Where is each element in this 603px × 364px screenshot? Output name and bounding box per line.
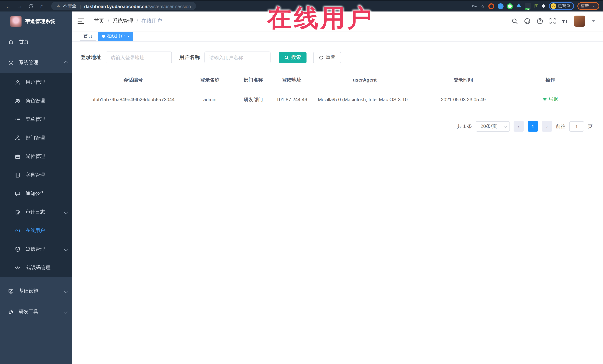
chevron-down-icon <box>64 289 68 293</box>
reset-button[interactable]: 重置 <box>313 52 341 63</box>
extensions-icon[interactable]: ✱ <box>541 3 545 9</box>
browser-update-button[interactable]: 更新 ⋮ <box>577 2 599 10</box>
monitor-icon <box>8 288 14 294</box>
chevron-down-icon <box>64 247 68 251</box>
avatar-caret-icon[interactable] <box>592 20 595 22</box>
sidebar-item-online-users[interactable]: 在线用户 <box>0 221 72 240</box>
home-icon[interactable]: ⌂ <box>37 2 47 11</box>
url-path: /system/user-session <box>147 4 191 9</box>
back-icon[interactable]: ← <box>4 2 13 11</box>
page-unit-label: 页 <box>588 123 593 130</box>
url-text[interactable]: dashboard.yudao.iocoder.cn/system/user-s… <box>84 3 191 10</box>
app-title: 芋道管理系统 <box>25 18 55 25</box>
extension-green-icon[interactable] <box>507 3 513 9</box>
sidebar-item-menu-mgmt[interactable]: 菜单管理 <box>0 110 72 129</box>
extension-translate-icon[interactable]: en <box>525 3 531 9</box>
cell-user-agent: Mozilla/5.0 (Macintosh; Intel Mac OS X 1… <box>311 93 418 107</box>
red-annotation-text: 在线用户 <box>267 1 374 35</box>
tab-active-dot <box>102 35 105 38</box>
sidebar-item-role-mgmt[interactable]: 角色管理 <box>0 92 72 110</box>
gear-icon <box>8 60 14 66</box>
tab-close-icon[interactable]: × <box>127 34 130 38</box>
sidebar-item-dept-mgmt[interactable]: 部门管理 <box>0 129 72 147</box>
extension-orange-icon[interactable] <box>488 3 494 9</box>
not-secure-label[interactable]: 不安全 <box>63 3 76 9</box>
not-secure-icon: ⚠ <box>56 3 60 9</box>
system-submenu: 用户管理 角色管理 菜单管理 部门管理 <box>0 73 72 277</box>
tab-online-users[interactable]: 在线用户 × <box>98 32 133 41</box>
shield-icon <box>15 246 20 252</box>
main-area: 首页 / 系统管理 / 在线用户 тT 首页 <box>72 11 603 364</box>
sidebar-item-sms-mgmt[interactable]: 短信管理 <box>0 240 72 258</box>
sidebar-item-post-mgmt[interactable]: 岗位管理 <box>0 147 72 166</box>
sidebar-item-error-code[interactable]: </> 错误码管理 <box>0 258 72 277</box>
forward-icon[interactable]: → <box>15 2 24 11</box>
sidebar-menu: 首页 系统管理 用户管理 角色管理 <box>0 32 72 364</box>
current-page-button[interactable]: 1 <box>528 121 538 132</box>
breadcrumb: 首页 / 系统管理 / 在线用户 <box>94 18 162 24</box>
browser-menu-icon[interactable]: ⋮ <box>591 3 596 9</box>
url-domain: dashboard.yudao.iocoder.cn <box>84 4 147 9</box>
sidebar-item-system[interactable]: 系统管理 <box>0 52 72 73</box>
cell-dept: 研发部门 <box>234 93 273 107</box>
username-filter-input[interactable] <box>204 52 270 63</box>
sidebar-item-audit-log[interactable]: 审计日志 <box>0 203 72 221</box>
search-button[interactable]: 搜索 <box>279 52 306 63</box>
sidebar-item-notice[interactable]: 通知公告 <box>0 184 72 203</box>
users-icon <box>15 98 20 104</box>
sidebar-item-dev-tools[interactable]: 研发工具 <box>0 301 72 322</box>
col-login-time: 登录时间 <box>418 77 508 83</box>
prev-page-button[interactable]: ‹ <box>514 121 524 132</box>
key-icon[interactable] <box>471 3 477 9</box>
sidebar-item-infra[interactable]: 基础设施 <box>0 281 72 301</box>
extension-gem-icon[interactable] <box>516 3 521 7</box>
col-username: 登录名称 <box>186 77 234 83</box>
sidebar-toggle-icon[interactable] <box>78 17 85 25</box>
goto-page-input[interactable] <box>569 121 584 132</box>
trash-icon <box>542 97 547 102</box>
paused-extension-badge[interactable]: ☺ 已暂停 <box>549 2 574 10</box>
refresh-icon <box>319 55 324 60</box>
briefcase-icon <box>15 154 20 159</box>
reload-icon[interactable] <box>26 2 36 11</box>
sidebar-item-home[interactable]: 首页 <box>0 32 72 52</box>
breadcrumb-system[interactable]: 系统管理 <box>112 18 133 24</box>
goto-label: 前往 <box>556 123 566 130</box>
app-logo-row[interactable]: 芋道管理系统 <box>0 11 72 32</box>
github-icon[interactable] <box>524 18 531 24</box>
page-size-select[interactable]: 20条/页 <box>476 121 510 132</box>
chevron-down-icon <box>504 125 507 128</box>
fullscreen-icon[interactable] <box>549 18 556 24</box>
col-ip: 登陆地址 <box>273 77 311 83</box>
online-icon <box>15 228 20 233</box>
tree-icon <box>15 135 20 141</box>
force-logout-button[interactable]: 强退 <box>542 95 558 103</box>
tab-home[interactable]: 首页 <box>80 32 96 41</box>
sidebar-item-user-mgmt[interactable]: 用户管理 <box>0 73 72 92</box>
extension-blue-icon[interactable] <box>498 3 504 9</box>
code-icon: </> <box>15 265 21 270</box>
filter-form: 登录地址 用户名称 搜索 重置 <box>81 52 593 63</box>
cell-actions: 强退 <box>508 92 593 107</box>
address-bar[interactable]: ⚠ 不安全 | dashboard.yudao.iocoder.cn/syste… <box>51 2 196 10</box>
help-icon[interactable] <box>537 18 544 24</box>
sidebar-item-dict-mgmt[interactable]: 字典管理 <box>0 166 72 184</box>
address-filter-input[interactable] <box>106 52 172 63</box>
font-size-icon[interactable]: тT <box>562 18 568 24</box>
magnifier-icon <box>284 55 289 60</box>
search-icon[interactable] <box>511 18 518 24</box>
sessions-table: 会话编号 登录名称 部门名称 登陆地址 userAgent 登录时间 操作 bf… <box>81 73 593 113</box>
breadcrumb-home[interactable]: 首页 <box>94 18 104 24</box>
extension-password-icon[interactable]: ⚿ <box>534 3 538 9</box>
total-count: 共 1 条 <box>457 123 472 130</box>
clipboard-icon <box>15 209 20 215</box>
cell-login-time: 2021-05-03 23:05:49 <box>418 93 508 107</box>
col-dept: 部门名称 <box>234 77 273 83</box>
bookmark-star-icon[interactable]: ☆ <box>480 3 485 9</box>
user-avatar[interactable] <box>574 16 585 27</box>
next-page-button[interactable]: › <box>542 121 552 132</box>
username-filter-label: 用户名称 <box>179 54 200 61</box>
page-content: 登录地址 用户名称 搜索 重置 会话编号 <box>72 42 603 364</box>
address-filter-label: 登录地址 <box>81 54 101 61</box>
table-header: 会话编号 登录名称 部门名称 登陆地址 userAgent 登录时间 操作 <box>81 73 593 87</box>
